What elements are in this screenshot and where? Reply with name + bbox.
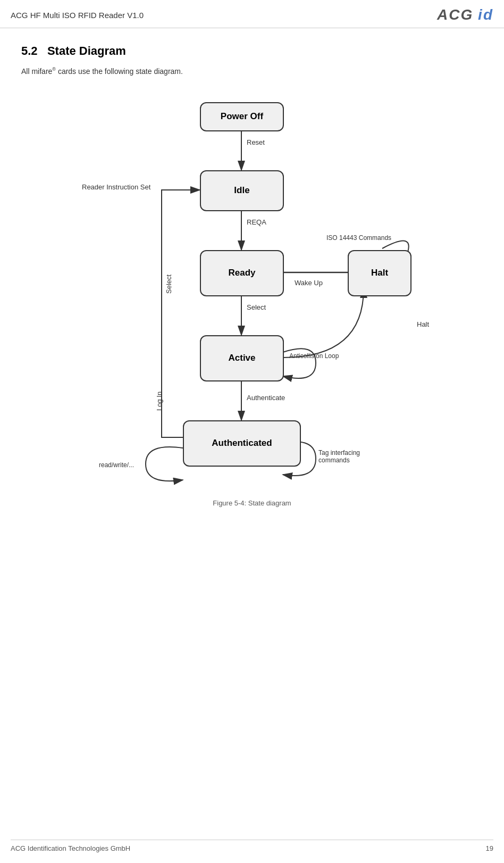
- section-number: 5.2: [21, 44, 38, 57]
- section-title: 5.2 State Diagram: [21, 44, 483, 58]
- state-ready: Ready: [200, 250, 284, 296]
- label-log-in: Log In: [155, 392, 163, 411]
- page-header: ACG HF Multi ISO RFID Reader V1.0 ACG id: [0, 0, 504, 28]
- label-iso-commands: ISO 14443 Commands: [326, 234, 391, 242]
- label-reader-instruction: Reader Instruction Set: [82, 183, 150, 191]
- diagram-wrapper: Power Off Idle Ready Active Authenticate…: [21, 92, 483, 491]
- footer-company: ACG Identification Technologies GmbH: [11, 844, 130, 852]
- state-idle: Idle: [200, 170, 284, 211]
- label-wakeup: Wake Up: [295, 279, 323, 287]
- header-title: ACG HF Multi ISO RFID Reader V1.0: [11, 11, 144, 20]
- state-authenticated: Authenticated: [183, 420, 301, 467]
- logo: ACG id: [437, 6, 493, 23]
- footer-page-number: 19: [486, 844, 493, 852]
- label-select-down: Select: [247, 303, 266, 311]
- main-content: 5.2 State Diagram All mifare® cards use …: [0, 28, 504, 523]
- state-diagram: Power Off Idle Ready Active Authenticate…: [66, 92, 438, 491]
- logo-acg: ACG: [437, 6, 473, 23]
- section-heading: State Diagram: [47, 44, 126, 57]
- intro-paragraph: All mifare® cards use the following stat…: [21, 67, 483, 76]
- logo-id: id: [478, 6, 493, 23]
- label-halt: Halt: [417, 320, 429, 328]
- label-reqa: REQA: [247, 218, 266, 226]
- state-active: Active: [200, 335, 284, 381]
- label-tag-interfacing: Tag interfacing commands: [318, 449, 366, 464]
- label-authenticate: Authenticate: [247, 394, 285, 402]
- page-footer: ACG Identification Technologies GmbH 19: [11, 840, 493, 852]
- state-power-off: Power Off: [200, 102, 284, 131]
- label-reset: Reset: [247, 138, 265, 146]
- label-read-write: read/write/...: [99, 461, 134, 469]
- figure-caption: Figure 5-4: State diagram: [21, 499, 483, 507]
- label-select-left: Select: [165, 275, 173, 294]
- label-anticollision: Anticollision Loop: [289, 352, 339, 360]
- state-halt: Halt: [348, 250, 411, 296]
